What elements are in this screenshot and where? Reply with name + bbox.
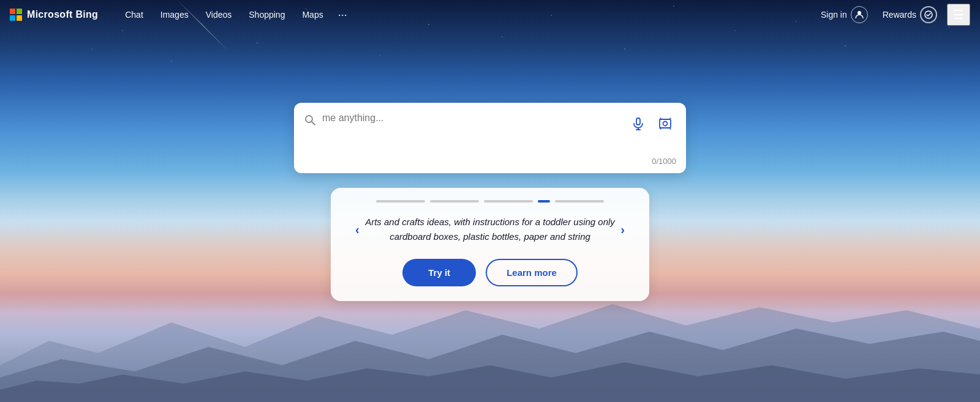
nav-videos[interactable]: Videos (198, 7, 239, 22)
search-input-area (294, 103, 686, 154)
logo-sq1 (10, 9, 15, 14)
dot-5 (555, 200, 604, 203)
nav-images[interactable]: Images (153, 7, 196, 22)
microsoft-logo-icon (10, 9, 22, 21)
main-content: 0/1000 ‹ Arts and crafts ideas, with ins… (0, 29, 980, 402)
nav-maps[interactable]: Maps (295, 7, 330, 22)
dot-2 (430, 200, 479, 203)
search-box: 0/1000 (294, 103, 686, 173)
logo-text: Microsoft Bing (27, 9, 98, 20)
svg-point-5 (306, 116, 312, 122)
nav-links: Chat Images Videos Shopping Maps ··· (118, 6, 816, 24)
dot-4-active (538, 200, 550, 203)
dot-1 (376, 200, 425, 203)
search-input-icons (627, 113, 676, 135)
search-input[interactable] (322, 113, 621, 149)
svg-point-11 (663, 122, 668, 126)
suggestion-text: Arts and crafts ideas, with instructions… (345, 215, 635, 244)
dot-3 (484, 200, 533, 203)
suggestion-buttons: Try it Learn more (345, 259, 635, 286)
rewards-button[interactable]: Rewards (878, 4, 942, 26)
hamburger-button[interactable]: ☰ (947, 4, 970, 26)
logo-sq3 (10, 15, 15, 21)
nav-more-button[interactable]: ··· (333, 6, 352, 24)
svg-line-6 (312, 122, 315, 125)
sign-in-label: Sign in (821, 10, 847, 20)
suggestion-inner: ‹ Arts and crafts ideas, with instructio… (345, 215, 635, 244)
logo-sq4 (17, 15, 22, 21)
try-it-button[interactable]: Try it (402, 259, 476, 286)
sign-in-button[interactable]: Sign in (816, 4, 873, 26)
char-count: 0/1000 (294, 154, 686, 173)
image-search-button[interactable] (654, 113, 676, 135)
nav-chat[interactable]: Chat (118, 7, 151, 22)
svg-rect-7 (636, 118, 640, 125)
user-icon (851, 6, 868, 23)
microphone-button[interactable] (627, 113, 649, 135)
navbar: Microsoft Bing Chat Images Videos Shoppi… (0, 0, 980, 29)
svg-rect-10 (660, 119, 671, 128)
suggestion-prev-button[interactable]: ‹ (350, 218, 364, 242)
logo-sq2 (17, 9, 22, 14)
char-count-label: 0/1000 (652, 157, 676, 166)
suggestion-card: ‹ Arts and crafts ideas, with instructio… (331, 188, 649, 301)
suggestion-next-button[interactable]: › (616, 218, 630, 242)
nav-shopping[interactable]: Shopping (241, 7, 292, 22)
svg-point-3 (858, 11, 861, 15)
logo-area[interactable]: Microsoft Bing (10, 9, 98, 21)
rewards-label: Rewards (883, 10, 916, 20)
rewards-icon (920, 6, 937, 23)
learn-more-button[interactable]: Learn more (486, 259, 578, 286)
search-icon (304, 114, 316, 129)
progress-dots (345, 200, 635, 203)
nav-right: Sign in Rewards ☰ (816, 4, 970, 26)
